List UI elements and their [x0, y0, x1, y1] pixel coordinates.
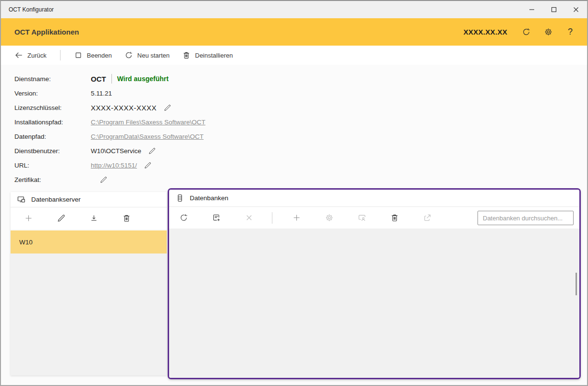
server-panel-header: Datenbankserver	[11, 192, 167, 207]
service-url-link[interactable]: http://w10:5151/	[91, 162, 137, 169]
stop-icon	[74, 51, 83, 60]
install-path-link[interactable]: C:\Program Files\Saxess Software\OCT	[91, 119, 206, 126]
window-title: OCT Konfigurator	[1, 6, 521, 13]
detail-row-url: URL: http://w10:5151/	[14, 158, 587, 172]
databases-panel-title: Datenbanken	[190, 194, 228, 202]
preview-user-icon	[357, 213, 367, 222]
restart-service-button[interactable]: Neu starten	[124, 51, 170, 60]
stop-label: Beenden	[87, 52, 112, 59]
stop-service-button[interactable]: Beenden	[74, 51, 112, 60]
page-title: OCT Applikationen	[14, 28, 464, 36]
databases-toolbar	[169, 207, 579, 229]
edit-icon	[144, 161, 152, 169]
edit-service-user-button[interactable]	[147, 146, 157, 156]
help-button[interactable]: ?	[565, 27, 576, 37]
devices-icon	[17, 195, 26, 204]
refresh-databases-button[interactable]	[174, 209, 193, 227]
add-database-button[interactable]	[287, 209, 306, 227]
trash-icon	[182, 51, 191, 60]
field-label: Lizenzschlüssel:	[14, 104, 91, 111]
database-users-button[interactable]	[352, 209, 371, 227]
settings-button[interactable]	[543, 27, 553, 37]
main-content: Dienstname: OCT Wird ausgeführt Version:…	[1, 65, 587, 385]
databases-list-empty-area	[169, 229, 579, 378]
edit-icon	[57, 214, 66, 223]
server-list-item-selected[interactable]: W10	[11, 230, 167, 253]
maximize-icon	[551, 7, 557, 12]
window-controls	[521, 1, 587, 18]
service-user-value: W10\OCTService	[91, 147, 141, 155]
databases-panel: Datenbanken	[168, 188, 581, 379]
edit-certificate-button[interactable]	[98, 175, 108, 184]
delete-server-button[interactable]	[117, 209, 136, 228]
app-header: OCT Applikationen XXXX.XX.XX ?	[1, 18, 587, 46]
databases-panel-header: Datenbanken	[169, 190, 579, 207]
field-label: Version:	[14, 90, 91, 97]
share-icon	[423, 213, 432, 222]
refresh-button[interactable]	[521, 27, 531, 37]
edit-server-button[interactable]	[51, 209, 71, 228]
status-separator	[111, 74, 112, 84]
app-window: OCT Konfigurator OCT Applikationen XXXX.…	[0, 0, 588, 386]
gear-icon	[544, 27, 553, 36]
server-toolbar	[11, 207, 167, 229]
import-server-button[interactable]	[84, 209, 103, 228]
database-server-panel: Datenbankserver W10	[11, 192, 167, 375]
delete-icon	[122, 214, 131, 223]
help-icon: ?	[568, 27, 573, 37]
toolbar-separator	[60, 50, 61, 60]
command-bar: Zurück Beenden Neu starten Deinstalliere…	[1, 46, 587, 65]
refresh-icon	[179, 213, 188, 222]
minimize-icon	[529, 7, 535, 12]
service-name-value: OCT	[91, 75, 106, 83]
uninstall-button[interactable]: Deinstallieren	[182, 51, 233, 60]
field-label: Zertifikat:	[14, 176, 91, 183]
new-form-icon	[212, 213, 221, 222]
restart-icon	[124, 51, 133, 60]
settings-icon	[325, 213, 334, 222]
share-database-button[interactable]	[417, 209, 437, 227]
delete-database-button[interactable]	[385, 209, 404, 227]
database-search-input[interactable]	[478, 211, 574, 225]
service-actions: Beenden Neu starten Deinstallieren	[74, 51, 233, 60]
server-list-empty-area	[11, 253, 167, 375]
database-settings-button[interactable]	[319, 209, 339, 227]
minimize-button[interactable]	[521, 1, 543, 18]
license-key-value: XXXX-XXXX-XXXX	[91, 104, 157, 112]
detail-row-zertifikat: Zertifikat:	[14, 172, 587, 187]
add-icon	[292, 213, 301, 222]
restart-label: Neu starten	[137, 52, 170, 59]
status-badge: Wird ausgeführt	[117, 75, 169, 83]
back-label: Zurück	[27, 52, 47, 59]
detail-row-dienstname: Dienstname: OCT Wird ausgeführt	[14, 72, 587, 86]
version-value: 5.11.21	[91, 90, 112, 97]
field-label: Datenpfad:	[14, 133, 91, 140]
close-icon	[573, 7, 579, 12]
edit-url-button[interactable]	[143, 160, 152, 170]
detail-row-lizenzschluessel: Lizenzschlüssel: XXXX-XXXX-XXXX	[14, 100, 587, 115]
detail-row-datenpfad: Datenpfad: C:\ProgramData\Saxess Softwar…	[14, 129, 587, 144]
detail-row-dienstbenutzer: Dienstbenutzer: W10\OCTService	[14, 144, 587, 158]
data-path-link[interactable]: C:\ProgramData\Saxess Software\OCT	[91, 133, 204, 140]
version-placeholder: XXXX.XX.XX	[464, 28, 507, 36]
close-button[interactable]	[565, 1, 587, 18]
field-label: Dienstname:	[14, 75, 91, 83]
edit-icon	[148, 147, 156, 155]
import-icon	[89, 214, 98, 223]
uninstall-label: Deinstallieren	[195, 52, 233, 59]
cancel-button[interactable]	[239, 209, 258, 227]
back-button[interactable]: Zurück	[14, 51, 47, 60]
edit-license-button[interactable]	[162, 103, 172, 112]
maximize-button[interactable]	[543, 1, 565, 18]
detail-row-version: Version: 5.11.21	[14, 86, 587, 100]
cancel-icon	[245, 213, 254, 222]
new-database-form-button[interactable]	[207, 209, 226, 227]
edit-icon	[99, 176, 108, 184]
add-icon	[24, 214, 33, 223]
server-panel-title: Datenbankserver	[31, 196, 81, 203]
field-label: Dienstbenutzer:	[14, 147, 91, 155]
add-server-button[interactable]	[19, 209, 38, 228]
back-arrow-icon	[14, 51, 23, 60]
vertical-scrollbar[interactable]	[576, 273, 577, 295]
edit-icon	[163, 104, 172, 112]
